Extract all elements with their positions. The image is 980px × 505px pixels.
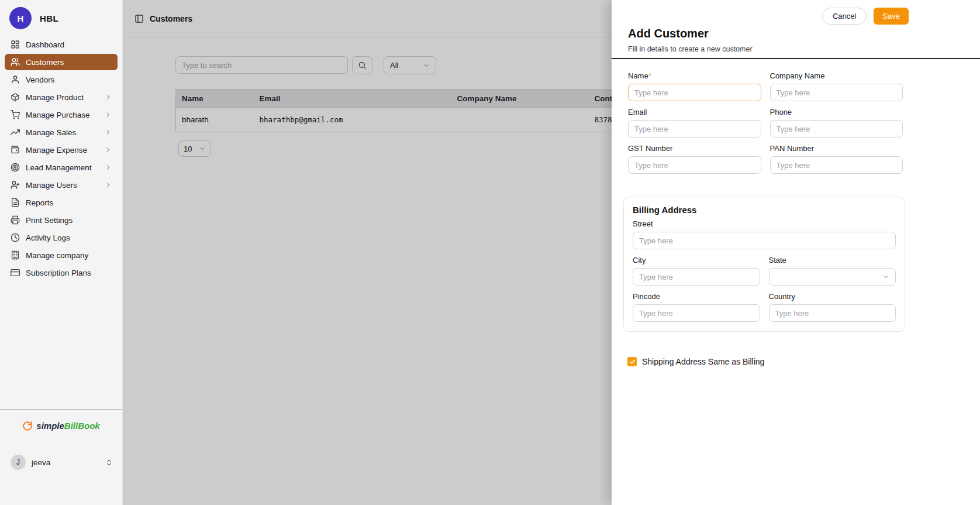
vendors-icon xyxy=(11,75,20,84)
user-menu[interactable]: J jeeva xyxy=(0,454,122,471)
name-label: Name xyxy=(628,71,648,80)
billing-address-section: Billing Address Street City State Pincod… xyxy=(623,197,905,332)
company-name-label: Company Name xyxy=(770,71,903,80)
sidebar-item-manage-sales[interactable]: Manage Sales xyxy=(5,124,118,140)
field-company-name: Company Name xyxy=(770,71,903,101)
sidebar-nav: Dashboard Customers Vendors Manage Produ… xyxy=(0,36,122,281)
chevron-right-icon xyxy=(105,181,112,188)
field-name: Name* xyxy=(628,71,761,101)
user-avatar: J xyxy=(11,455,26,470)
state-select[interactable] xyxy=(769,268,896,286)
cancel-button[interactable]: Cancel xyxy=(822,8,867,25)
chevron-right-icon xyxy=(105,146,112,153)
field-street: Street xyxy=(633,219,896,249)
sidebar-item-label: Activity Logs xyxy=(26,233,70,242)
shipping-checkbox-label: Shipping Address Same as Billing xyxy=(642,357,764,366)
sidebar-item-subscription-plans[interactable]: Subscription Plans xyxy=(5,264,118,281)
activity-clock-icon xyxy=(11,233,20,242)
sidebar-item-label: Manage Product xyxy=(26,93,84,102)
chevron-right-icon xyxy=(105,164,112,171)
simplebillbook-logo: simpleBillBook xyxy=(0,410,122,437)
sidebar-item-reports[interactable]: Reports xyxy=(5,194,118,211)
reports-file-icon xyxy=(11,198,20,207)
city-input[interactable] xyxy=(633,268,760,286)
sales-trend-icon xyxy=(11,128,20,137)
save-button[interactable]: Save xyxy=(874,8,909,25)
brand-avatar: H xyxy=(9,7,32,29)
street-label: Street xyxy=(633,219,896,228)
sidebar-item-manage-purchase[interactable]: Manage Purchase xyxy=(5,107,118,123)
street-input[interactable] xyxy=(633,232,896,249)
country-input[interactable] xyxy=(769,304,896,322)
sidebar-item-activity-logs[interactable]: Activity Logs xyxy=(5,229,118,246)
field-gst-number: GST Number xyxy=(628,144,761,174)
subscription-card-icon xyxy=(11,268,20,277)
field-pincode: Pincode xyxy=(633,292,760,322)
sidebar-item-manage-product[interactable]: Manage Product xyxy=(5,89,118,105)
sidebar: H HBL Dashboard Customers Vendors Manage… xyxy=(0,0,123,505)
customer-form: Name* Company Name Email Phone GST Numbe… xyxy=(628,71,903,174)
chevron-down-icon xyxy=(882,273,889,280)
gst-number-label: GST Number xyxy=(628,144,761,153)
drawer-actions: Cancel Save xyxy=(822,8,909,25)
user-name: jeeva xyxy=(32,458,50,467)
pan-number-input[interactable] xyxy=(770,156,903,174)
field-phone: Phone xyxy=(770,108,903,138)
sidebar-item-customers[interactable]: Customers xyxy=(5,54,118,70)
required-asterisk: * xyxy=(648,71,651,80)
brand-name: HBL xyxy=(40,13,58,23)
simplebillbook-swirl-icon xyxy=(22,421,33,431)
email-input[interactable] xyxy=(628,120,761,138)
sidebar-footer: simpleBillBook J jeeva xyxy=(0,410,122,505)
field-pan-number: PAN Number xyxy=(770,144,903,174)
field-email: Email xyxy=(628,108,761,138)
sidebar-item-label: Manage Users xyxy=(26,181,77,190)
customers-icon xyxy=(11,57,20,67)
logo-text-billbook: BillBook xyxy=(64,421,100,431)
country-label: Country xyxy=(769,292,896,301)
brand: H HBL xyxy=(0,0,122,36)
pincode-label: Pincode xyxy=(633,292,760,301)
expense-wallet-icon xyxy=(11,145,20,154)
pan-number-label: PAN Number xyxy=(770,144,903,153)
state-label: State xyxy=(769,256,896,264)
checkbox-checked-icon[interactable] xyxy=(627,357,637,366)
sidebar-item-label: Subscription Plans xyxy=(26,269,91,277)
sidebar-item-manage-company[interactable]: Manage company xyxy=(5,247,118,263)
sidebar-item-label: Print Settings xyxy=(26,216,73,225)
email-label: Email xyxy=(628,108,761,116)
chevron-right-icon xyxy=(105,129,112,136)
company-building-icon xyxy=(11,250,20,260)
name-input[interactable] xyxy=(628,84,761,101)
shipping-same-as-billing[interactable]: Shipping Address Same as Billing xyxy=(627,357,764,366)
purchase-cart-icon xyxy=(11,110,20,119)
sidebar-item-vendors[interactable]: Vendors xyxy=(5,71,118,88)
company-name-input[interactable] xyxy=(770,84,903,101)
dashboard-icon xyxy=(11,40,20,49)
billing-address-title: Billing Address xyxy=(633,205,896,215)
field-state: State xyxy=(769,256,896,286)
sidebar-item-lead-management[interactable]: Lead Management xyxy=(5,159,118,176)
billing-grid: City State Pincode Country xyxy=(633,256,896,322)
phone-label: Phone xyxy=(770,108,903,116)
pincode-input[interactable] xyxy=(633,304,760,322)
drawer-divider xyxy=(612,58,980,59)
chevrons-up-down-icon xyxy=(105,459,113,466)
field-city: City xyxy=(633,256,760,286)
gst-number-input[interactable] xyxy=(628,156,761,174)
drawer-title: Add Customer xyxy=(628,27,709,40)
sidebar-item-dashboard[interactable]: Dashboard xyxy=(5,36,118,53)
sidebar-item-label: Customers xyxy=(26,58,64,67)
sidebar-item-print-settings[interactable]: Print Settings xyxy=(5,212,118,228)
sidebar-item-manage-expense[interactable]: Manage Expense xyxy=(5,142,118,158)
field-country: Country xyxy=(769,292,896,322)
printer-icon xyxy=(11,215,20,225)
add-customer-drawer: Cancel Save Add Customer Fill in details… xyxy=(612,0,980,505)
city-label: City xyxy=(633,256,760,264)
sidebar-item-label: Manage Purchase xyxy=(26,111,90,119)
sidebar-item-manage-users[interactable]: Manage Users xyxy=(5,177,118,193)
phone-input[interactable] xyxy=(770,120,903,138)
sidebar-item-label: Manage Expense xyxy=(26,146,87,154)
users-icon xyxy=(11,180,20,190)
lead-target-icon xyxy=(11,163,20,172)
